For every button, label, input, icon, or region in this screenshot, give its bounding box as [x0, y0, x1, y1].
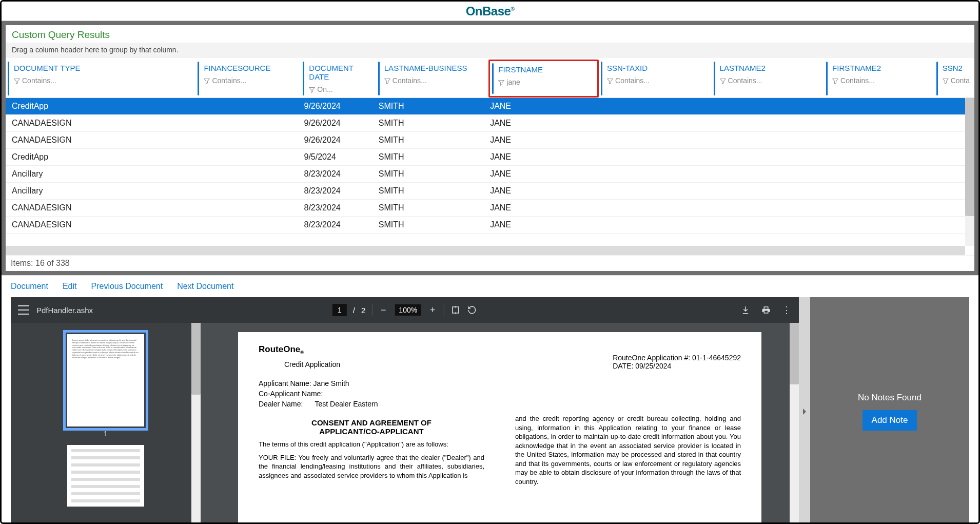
column-title[interactable]: SSN2 [938, 62, 963, 74]
column-title[interactable]: SSN-TAXID [603, 62, 648, 74]
document-pane[interactable]: RouteOne® Credit Application RouteOne Ap… [201, 323, 799, 524]
filter-text[interactable]: Contains... [22, 76, 56, 85]
column-header-lastname2[interactable]: LASTNAME2Contains... [712, 60, 825, 98]
dealer-line: Dealer Name: Test Dealer Eastern [259, 400, 741, 408]
filter-text[interactable]: Contains... [728, 76, 762, 85]
grid-status: Items: 16 of 338 [6, 255, 974, 271]
thumbnail-1[interactable]: Lorem ipsum dolor sit amet consectetur a… [67, 334, 144, 438]
applicant-line: Applicant Name: Jane Smith [259, 379, 741, 387]
column-filter[interactable]: Conta [938, 74, 970, 87]
zoom-out-button[interactable]: − [378, 305, 388, 315]
cell: SMITH [373, 169, 484, 179]
filter-text[interactable]: Contains... [615, 76, 650, 85]
grid-vertical-scrollbar[interactable] [965, 98, 974, 246]
table-row[interactable]: CANADAESIGN9/26/2024SMITHJANE [6, 115, 965, 132]
menu-next-document[interactable]: Next Document [177, 282, 233, 291]
thumbnail-1-number: 1 [104, 430, 108, 438]
thumbnail-2[interactable] [67, 445, 144, 507]
filter-text[interactable]: Contains... [212, 76, 246, 85]
table-row[interactable]: CreditApp9/5/2024SMITHJANE [6, 149, 965, 166]
column-title[interactable]: LASTNAME2 [716, 62, 766, 74]
column-header-firstname[interactable]: FIRSTNAMEjane [488, 60, 599, 98]
column-title[interactable]: FINANCESOURCE [200, 62, 270, 74]
column-title[interactable]: DOCUMENT TYPE [10, 62, 80, 74]
cell: SMITH [373, 135, 484, 145]
document-scrollbar[interactable] [790, 323, 799, 524]
cell: JANE [484, 220, 593, 229]
column-filter[interactable]: jane [494, 76, 593, 88]
fit-page-button[interactable] [450, 305, 461, 315]
column-header-financesource[interactable]: FINANCESOURCEContains... [195, 60, 301, 98]
table-row[interactable]: CreditApp9/26/2024SMITHJANE [6, 98, 965, 115]
cell: 9/26/2024 [298, 119, 373, 128]
column-filter[interactable]: Contains... [603, 74, 708, 87]
filter-text[interactable]: Contains... [393, 76, 427, 85]
filter-text[interactable]: Contains... [840, 76, 875, 85]
cell: SMITH [373, 102, 484, 111]
column-title[interactable]: FIRSTNAME [494, 63, 543, 76]
column-filter[interactable]: Contains... [828, 74, 930, 87]
column-filter[interactable]: Contains... [10, 74, 191, 87]
table-row[interactable]: CANADAESIGN9/26/2024SMITHJANE [6, 132, 965, 149]
column-header-document-date[interactable]: DOCUMENT DATEOn... [301, 60, 376, 98]
table-row[interactable]: CANADAESIGN8/23/2024SMITHJANE [6, 200, 965, 217]
table-row[interactable]: CANADAESIGN8/23/2024SMITHJANE [6, 217, 965, 234]
thumbnail-page-2[interactable] [67, 445, 144, 507]
expand-notes-handle[interactable] [799, 297, 810, 524]
column-header-firstname2[interactable]: FIRSTNAME2Contains... [824, 60, 934, 98]
cell: Ancillary [6, 169, 194, 179]
zoom-in-button[interactable]: + [427, 305, 438, 315]
cell: CreditApp [6, 152, 194, 162]
pdf-toolbar: PdfHandler.ashx 1 / 2 − 100% + [11, 297, 799, 323]
page-total: 2 [361, 306, 365, 315]
column-filter[interactable]: Contains... [200, 74, 297, 87]
table-row[interactable]: Ancillary8/23/2024SMITHJANE [6, 183, 965, 200]
pdf-page: RouteOne® Credit Application RouteOne Ap… [238, 332, 761, 524]
coapplicant-line: Co-Applicant Name: [259, 390, 741, 398]
column-filter[interactable]: Contains... [716, 74, 820, 87]
doc-app-number: RouteOne Application #: 01-1-46645292 [613, 354, 741, 362]
column-header-document-type[interactable]: DOCUMENT TYPEContains... [6, 60, 195, 98]
column-title[interactable]: LASTNAME-BUSINESS [380, 62, 467, 74]
grid-horizontal-scrollbar[interactable] [6, 246, 965, 255]
cell: Ancillary [6, 186, 194, 196]
doc-date: DATE: 09/25/2024 [613, 362, 741, 370]
hamburger-icon[interactable] [18, 305, 29, 315]
menu-edit[interactable]: Edit [63, 282, 77, 291]
group-by-drop-zone[interactable]: Drag a column header here to group by th… [6, 43, 974, 57]
doc-brand: RouteOne® [259, 344, 340, 355]
viewer-row: PdfHandler.ashx 1 / 2 − 100% + [2, 297, 978, 524]
zoom-level[interactable]: 100% [395, 304, 421, 316]
download-button[interactable] [740, 305, 751, 315]
cell: CANADAESIGN [6, 135, 194, 145]
rotate-button[interactable] [467, 305, 477, 315]
thumbnail-page-1[interactable]: Lorem ipsum dolor sit amet consectetur a… [67, 334, 144, 426]
divider [371, 304, 372, 316]
table-row[interactable]: Ancillary8/23/2024SMITHJANE [6, 166, 965, 183]
filter-text[interactable]: Conta [951, 76, 970, 85]
thumbnail-scrollbar[interactable] [191, 323, 201, 524]
column-title[interactable]: DOCUMENT DATE [305, 62, 371, 83]
column-header-lastname-business[interactable]: LASTNAME-BUSINESSContains... [376, 60, 489, 98]
column-header-ssn-taxid[interactable]: SSN-TAXIDContains... [599, 60, 712, 98]
cell: JANE [484, 169, 593, 179]
print-button[interactable] [761, 305, 771, 315]
cell: JANE [484, 152, 593, 162]
consent-heading: CONSENT AND AGREEMENT OF APPLICANT/CO-AP… [259, 418, 484, 436]
filter-text[interactable]: On... [317, 85, 332, 93]
column-filter[interactable]: On... [305, 83, 371, 95]
column-title[interactable]: FIRSTNAME2 [828, 62, 881, 74]
more-menu-button[interactable]: ⋮ [781, 305, 792, 315]
app-name: OnBase [466, 4, 511, 18]
page-current-input[interactable]: 1 [332, 304, 347, 316]
doc-title: Credit Application [284, 360, 340, 368]
registered-mark: ® [511, 6, 514, 12]
menu-previous-document[interactable]: Previous Document [91, 282, 163, 291]
cell: CANADAESIGN [6, 220, 194, 229]
column-header-ssn2[interactable]: SSN2Conta [934, 60, 974, 98]
svg-rect-0 [453, 307, 459, 313]
menu-document[interactable]: Document [11, 282, 48, 291]
add-note-button[interactable]: Add Note [863, 410, 917, 431]
column-filter[interactable]: Contains... [380, 74, 485, 87]
filter-text[interactable]: jane [506, 78, 520, 86]
